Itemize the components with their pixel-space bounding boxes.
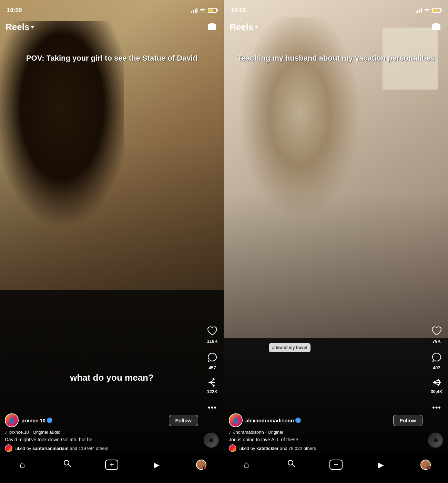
right-wifi-icon [424, 8, 430, 13]
right-header: Reels [224, 17, 448, 37]
right-more-button[interactable]: ••• [430, 401, 443, 414]
right-verified-badge: ✓ [295, 418, 301, 423]
right-nav-add[interactable]: + [327, 460, 345, 470]
left-nav-search[interactable] [59, 459, 76, 470]
right-bottom-nav: + [224, 453, 448, 483]
left-battery-icon [208, 8, 217, 13]
right-dots-icon[interactable]: ••• [430, 401, 443, 414]
left-header-title: Reels [6, 22, 34, 32]
right-nav-profile[interactable] [417, 460, 434, 470]
right-share-button[interactable]: 30,4K [431, 377, 443, 394]
left-scene-overlay [0, 0, 224, 483]
left-dots-icon[interactable]: ••• [206, 401, 219, 414]
right-status-bar: 10:51 [224, 0, 448, 17]
left-user-row: 👤 prxnce.10 ✓ Follow [5, 413, 198, 427]
svg-line-6 [433, 382, 438, 385]
left-share-button[interactable]: 122K [207, 377, 217, 394]
right-share-count: 30,4K [431, 389, 443, 394]
left-username[interactable]: prxnce.10 [21, 418, 45, 423]
right-add-icon[interactable]: + [329, 460, 343, 470]
left-audio-row: ♪ prxnce.10 · Original audio [5, 429, 198, 435]
right-liked-avatar [229, 444, 236, 452]
svg-line-0 [210, 379, 215, 382]
right-comment-button[interactable]: 407 [430, 351, 443, 370]
right-username[interactable]: alexandramadisonn [245, 418, 294, 423]
left-search-nav-icon [63, 459, 72, 470]
left-verified-badge: ✓ [47, 418, 52, 423]
svg-line-4 [68, 465, 71, 467]
left-share-count: 122K [207, 389, 217, 394]
right-music-disc [428, 433, 443, 448]
right-like-button[interactable]: 79K [430, 324, 443, 344]
left-username-row: prxnce.10 ✓ [21, 418, 166, 423]
svg-point-3 [64, 460, 69, 465]
left-header-chevron-icon[interactable] [31, 26, 34, 29]
left-follow-button[interactable]: Follow [169, 415, 198, 426]
right-heart-icon[interactable] [430, 324, 443, 337]
right-share-icon[interactable] [431, 377, 442, 388]
left-status-icons [191, 8, 217, 13]
left-share-icon[interactable] [207, 377, 217, 388]
left-nav-reels[interactable] [148, 459, 165, 470]
left-music-note-icon: ♪ [5, 429, 7, 435]
right-header-chevron-icon[interactable] [255, 26, 258, 29]
right-bottom-info: 👤 alexandramadisonn ✓ Follow ♪ ∂ndramadi… [224, 413, 427, 452]
left-wifi-icon [200, 8, 206, 13]
right-liked-text: Liked by katstickler and 79 022 others [238, 446, 316, 451]
left-home-icon [20, 459, 25, 470]
right-video-caption: Teaching my husband about my vacation pe… [224, 53, 448, 63]
right-username-row: alexandramadisonn ✓ [245, 418, 390, 423]
left-profile-avatar[interactable] [196, 460, 206, 470]
right-profile-dot [427, 466, 431, 470]
left-video-background [0, 0, 224, 483]
right-home-icon [244, 459, 249, 470]
left-bottom-info: 👤 prxnce.10 ✓ Follow ♪ prxnce.10 · Origi… [0, 413, 203, 452]
left-avatar[interactable]: 👤 [5, 413, 19, 427]
right-video-background [224, 0, 448, 483]
left-status-time: 10:59 [7, 7, 22, 14]
left-like-count: 119K [207, 339, 217, 344]
right-music-note-icon: ♪ [229, 429, 231, 435]
right-avatar[interactable]: 👤 [229, 413, 243, 427]
svg-line-5 [433, 380, 438, 382]
left-profile-dot [203, 466, 206, 470]
left-caption-text: POV: Taking your girl to see the Statue … [26, 54, 197, 62]
svg-line-9 [293, 465, 295, 467]
svg-line-1 [210, 382, 215, 386]
right-camera-icon[interactable] [430, 21, 442, 33]
left-nav-home[interactable] [14, 459, 31, 470]
right-nav-reels[interactable] [372, 459, 389, 470]
right-caption: Jon is going to love ALL of these ... [229, 437, 422, 442]
right-action-buttons: 79K 407 30,4K ••• [430, 324, 443, 414]
left-add-icon[interactable]: + [105, 460, 118, 470]
left-music-disc [204, 433, 219, 448]
right-caption-text: Teaching my husband about my vacation pe… [237, 54, 435, 62]
left-reels-icon [154, 459, 160, 470]
left-phone: 10:59 Reels [0, 0, 224, 483]
right-status-icons [416, 8, 441, 13]
right-comment-icon[interactable] [430, 351, 443, 364]
right-audio-row: ♪ ∂ndramadisonn · Original [229, 429, 422, 435]
right-sticker: a few of my travel [269, 343, 310, 352]
right-phone: 10:51 Reels [224, 0, 448, 483]
left-nav-add[interactable]: + [103, 460, 120, 470]
right-signal-icon [416, 8, 422, 13]
right-reels-icon [378, 459, 384, 470]
left-more-button[interactable]: ••• [206, 401, 219, 414]
left-nav-profile[interactable] [193, 460, 210, 470]
right-nav-search[interactable] [283, 459, 300, 470]
right-search-nav-icon [287, 459, 296, 470]
left-liked-by: Liked by santurianmariam and 119 984 oth… [5, 444, 198, 452]
left-center-text-container: what do you mean? [0, 372, 224, 383]
right-status-time: 10:51 [231, 7, 246, 14]
left-liked-avatar [5, 444, 12, 452]
left-action-buttons: 119K 457 122K [206, 324, 219, 414]
left-comment-button[interactable]: 457 [206, 351, 219, 370]
right-nav-home[interactable] [238, 459, 255, 470]
right-follow-button[interactable]: Follow [393, 415, 423, 426]
right-profile-avatar[interactable] [420, 460, 431, 470]
left-heart-icon[interactable] [206, 324, 219, 337]
left-like-button[interactable]: 119K [206, 324, 219, 344]
left-camera-icon[interactable] [206, 21, 218, 33]
left-comment-icon[interactable] [206, 351, 219, 364]
